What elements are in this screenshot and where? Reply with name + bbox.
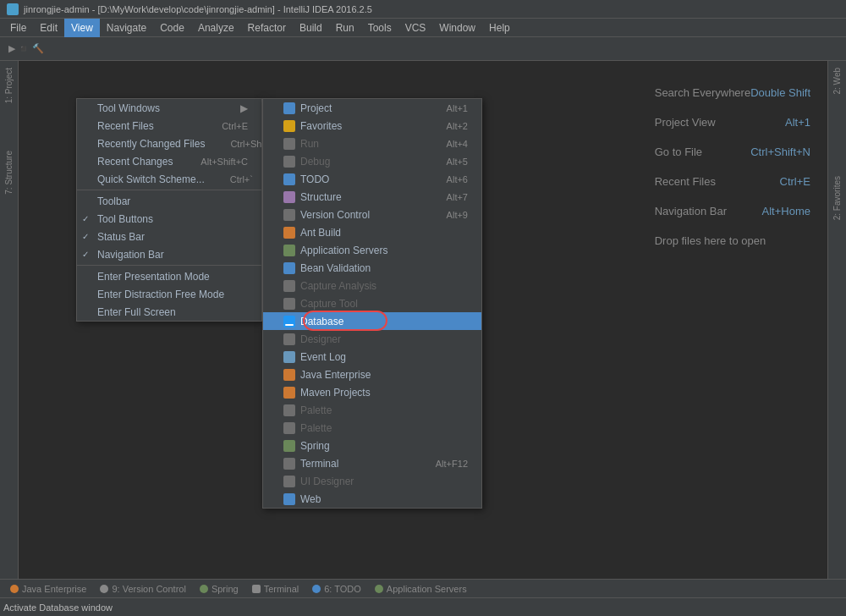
tw-favorites-icon: [283, 120, 295, 132]
bottom-tab-vcs[interactable]: 9: Version Control: [93, 580, 192, 598]
tw-web[interactable]: Web: [263, 490, 481, 508]
view-fullscreen[interactable]: Enter Full Screen: [77, 303, 261, 321]
right-sidebar-web: 2: Web 2: Favorites: [827, 61, 846, 579]
tw-java-enterprise-label: Java Enterprise: [300, 369, 468, 381]
submenu-arrow: ▶: [240, 102, 248, 114]
tw-structure[interactable]: Structure Alt+7: [263, 188, 481, 206]
menu-code[interactable]: Code: [153, 19, 191, 37]
menu-window[interactable]: Window: [432, 19, 482, 37]
tw-maven[interactable]: Maven Projects: [263, 383, 481, 401]
tw-todo-label: TODO: [300, 173, 421, 185]
status-bar: Activate Database window: [0, 597, 846, 616]
view-recently-changed[interactable]: Recently Changed Files Ctrl+Shift+E: [77, 135, 261, 152]
tw-palette1-icon: [283, 404, 295, 416]
view-tool-windows-label: Tool Windows: [97, 102, 160, 114]
view-menu-popup: Tool Windows ▶ Recent Files Ctrl+E Recen…: [76, 98, 262, 322]
tw-project[interactable]: Project Alt+1: [263, 99, 481, 117]
tw-ui-designer-icon: [283, 476, 295, 487]
tw-bean[interactable]: Bean Validation: [263, 259, 481, 277]
view-toolbar[interactable]: Toolbar: [77, 192, 261, 210]
tw-ant[interactable]: Ant Build: [263, 223, 481, 241]
view-presentation-mode[interactable]: Enter Presentation Mode: [77, 267, 261, 285]
bottom-tab-spring[interactable]: Spring: [193, 580, 245, 598]
tw-project-icon: [283, 102, 295, 114]
tw-terminal[interactable]: Terminal Alt+F12: [263, 454, 481, 472]
menu-view[interactable]: View: [64, 19, 100, 37]
view-status-bar-label: Status Bar: [97, 231, 145, 243]
bottom-tab-app-servers[interactable]: Application Servers: [368, 580, 474, 598]
navigation-bar-check: ✓: [82, 250, 89, 259]
menu-edit[interactable]: Edit: [33, 19, 64, 37]
tw-maven-label: Maven Projects: [300, 387, 468, 399]
bottom-tab-todo[interactable]: 6: TODO: [305, 580, 368, 598]
tw-ant-label: Ant Build: [300, 227, 468, 239]
tw-database[interactable]: Database: [263, 312, 481, 330]
view-distraction-mode[interactable]: Enter Distraction Free Mode: [77, 285, 261, 303]
title-bar: jinrongjie-admin - [D:\MyWork\develop\co…: [0, 0, 846, 19]
title-text: jinrongjie-admin - [D:\MyWork\develop\co…: [24, 4, 372, 14]
tw-terminal-icon: [283, 458, 295, 470]
tw-bean-label: Bean Validation: [300, 262, 468, 274]
tw-java-enterprise-icon: [283, 369, 295, 381]
menu-tools[interactable]: Tools: [361, 19, 398, 37]
tw-favorites[interactable]: Favorites Alt+2: [263, 117, 481, 135]
menu-file[interactable]: File: [3, 19, 33, 37]
tw-vcs[interactable]: Version Control Alt+9: [263, 206, 481, 223]
tw-run-shortcut: Alt+4: [447, 139, 468, 149]
view-recent-files[interactable]: Recent Files Ctrl+E: [77, 117, 261, 135]
tw-vcs-shortcut: Alt+9: [447, 210, 468, 220]
status-bar-check: ✓: [82, 232, 89, 241]
menu-build[interactable]: Build: [293, 19, 329, 37]
menu-vcs[interactable]: VCS: [398, 19, 433, 37]
tw-database-label: Database: [300, 316, 468, 327]
tw-structure-shortcut: Alt+7: [447, 192, 468, 202]
menu-run[interactable]: Run: [329, 19, 361, 37]
view-status-bar[interactable]: ✓ Status Bar: [77, 228, 261, 245]
vcs-tab-label: 9: Version Control: [112, 584, 185, 594]
view-recent-changes[interactable]: Recent Changes Alt+Shift+C: [77, 152, 261, 170]
sidebar-tab-favorites[interactable]: 2: Favorites: [831, 169, 843, 227]
tw-ui-designer-label: UI Designer: [300, 476, 468, 487]
tw-event-log[interactable]: Event Log: [263, 348, 481, 366]
sidebar-tab-structure[interactable]: 7: Structure: [3, 144, 15, 201]
tw-event-log-icon: [283, 351, 295, 363]
menu-help[interactable]: Help: [482, 19, 517, 37]
tw-run-label: Run: [300, 138, 421, 150]
tw-ant-icon: [283, 227, 295, 239]
view-recent-files-label: Recent Files: [97, 120, 154, 132]
view-tool-buttons[interactable]: ✓ Tool Buttons: [77, 210, 261, 228]
tw-palette1-label: Palette: [300, 404, 468, 416]
tw-spring[interactable]: Spring: [263, 437, 481, 454]
view-tool-buttons-label: Tool Buttons: [97, 213, 153, 225]
hint-search-label: Search Everywhere: [655, 86, 750, 99]
view-tool-windows[interactable]: Tool Windows ▶: [77, 99, 261, 117]
bottom-tab-java-enterprise[interactable]: Java Enterprise: [3, 580, 93, 598]
hint-drop-label: Drop files here to open: [655, 234, 766, 247]
tw-project-label: Project: [300, 102, 421, 114]
view-navigation-bar[interactable]: ✓ Navigation Bar: [77, 245, 261, 263]
hint-goto-shortcut: Ctrl+Shift+N: [750, 146, 810, 158]
todo-tab-label: 6: TODO: [324, 584, 361, 594]
menu-refactor[interactable]: Refactor: [241, 19, 293, 37]
tw-designer-icon: [283, 333, 295, 345]
terminal-tab-label: Terminal: [264, 584, 299, 594]
tw-vcs-label: Version Control: [300, 209, 421, 221]
tw-designer-label: Designer: [300, 333, 468, 345]
sidebar-tab-web[interactable]: 2: Web: [831, 61, 843, 102]
hint-project-label: Project View: [655, 116, 716, 129]
tw-todo[interactable]: TODO Alt+6: [263, 170, 481, 188]
app-servers-tab-icon: [375, 585, 383, 593]
menu-navigate[interactable]: Navigate: [100, 19, 153, 37]
tw-web-icon: [283, 493, 295, 505]
sidebar-tab-project[interactable]: 1: Project: [3, 61, 15, 110]
separator-1: [77, 190, 261, 190]
menu-analyze[interactable]: Analyze: [191, 19, 241, 37]
tw-java-enterprise[interactable]: Java Enterprise: [263, 366, 481, 383]
tw-app-servers[interactable]: Application Servers: [263, 241, 481, 259]
tw-todo-shortcut: Alt+6: [447, 174, 468, 184]
tw-capture-tool-label: Capture Tool: [300, 298, 468, 310]
tw-maven-icon: [283, 387, 295, 399]
bottom-tab-terminal[interactable]: Terminal: [245, 580, 306, 598]
view-quick-switch[interactable]: Quick Switch Scheme... Ctrl+`: [77, 170, 261, 188]
tw-palette1: Palette: [263, 401, 481, 419]
